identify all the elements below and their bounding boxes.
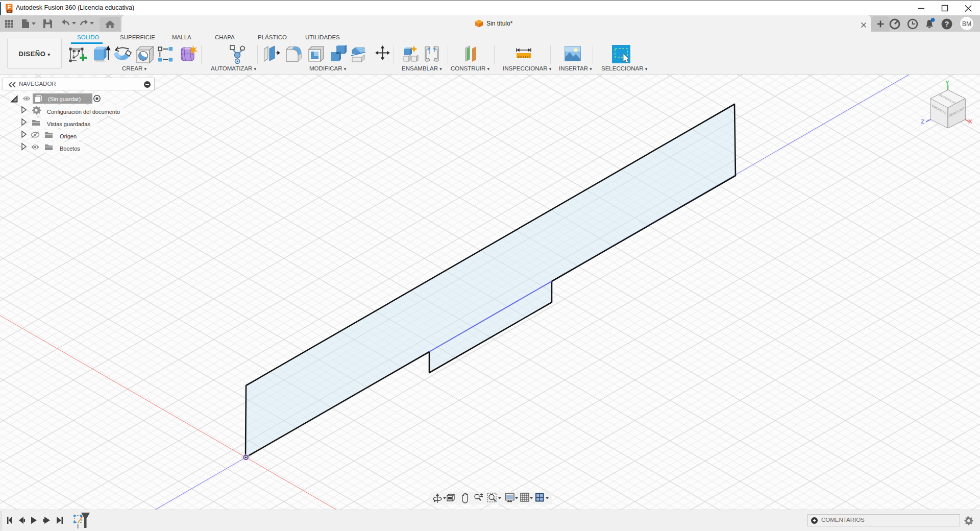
svg-text:Vistas guardadas: Vistas guardadas <box>47 121 90 127</box>
svg-text:Origen: Origen <box>60 133 77 139</box>
svg-text:360: 360 <box>8 10 11 13</box>
svg-text:Bocetos: Bocetos <box>60 146 80 152</box>
svg-text:BM: BM <box>962 20 971 28</box>
svg-text:Z: Z <box>921 118 924 125</box>
svg-text:(Sin guardar): (Sin guardar) <box>48 96 81 102</box>
svg-text:F: F <box>8 4 11 10</box>
svg-text:Y: Y <box>945 80 949 86</box>
svg-text:?: ? <box>945 20 949 28</box>
svg-text:X: X <box>968 118 972 125</box>
svg-text:Configuración del documento: Configuración del documento <box>47 109 120 115</box>
